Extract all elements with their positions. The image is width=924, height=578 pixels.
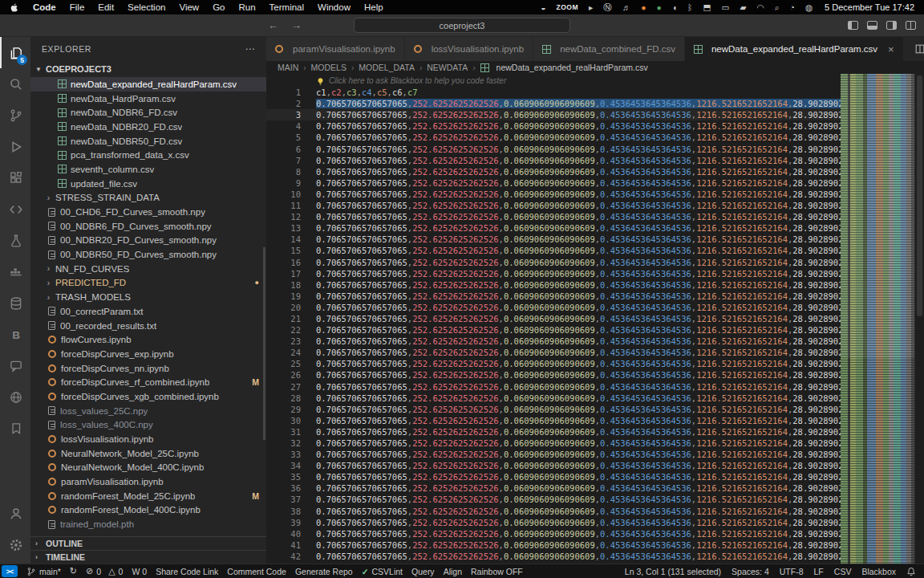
code-line[interactable]: 320.7065706570657065,252.6252625262526,0… xyxy=(266,438,841,449)
tree-item[interactable]: 00_NDBR6_FD_Curves_smooth.npy xyxy=(30,219,266,234)
tree-item[interactable]: randomForest_Model_400C.ipynb xyxy=(30,503,266,518)
code-editor[interactable]: Click here to ask Blackbox to help you c… xyxy=(266,74,841,564)
generate-repo-button[interactable]: Generate Repo xyxy=(295,567,353,576)
battery-icon[interactable]: ▰ xyxy=(740,0,746,14)
breadcrumb-item[interactable]: MODEL_DATA xyxy=(359,63,415,72)
activitybar-accounts[interactable] xyxy=(0,498,30,529)
menu-item-window[interactable]: Window xyxy=(318,2,351,12)
code-line[interactable]: 260.7065706570657065,252.6252625262526,0… xyxy=(266,369,841,381)
code-line[interactable]: 200.7065706570657065,252.6252625262526,0… xyxy=(266,302,841,313)
menu-item-file[interactable]: File xyxy=(70,2,85,12)
project-root-folder[interactable]: ▼ COEPROJECT3 xyxy=(30,61,266,77)
sidebar-section-timeline[interactable]: ›TIMELINE xyxy=(30,550,266,564)
menu-item-selection[interactable]: Selection xyxy=(128,2,165,12)
navigate-forward-button[interactable]: → xyxy=(291,19,302,31)
tree-item[interactable]: forceDispCurves_nn.ipynb xyxy=(30,361,266,376)
code-line[interactable]: 220.7065706570657065,252.6252625262526,0… xyxy=(266,324,841,336)
activitybar-search[interactable] xyxy=(0,68,30,100)
code-line[interactable]: 240.7065706570657065,252.6252625262526,0… xyxy=(266,347,841,358)
code-line[interactable]: 160.7065706570657065,252.6252625262526,0… xyxy=(266,257,841,268)
menu-item-edit[interactable]: Edit xyxy=(98,2,114,12)
tree-item[interactable]: newData_expanded_realHardParam.csv xyxy=(30,77,266,92)
code-line[interactable]: 270.7065706570657065,252.6252625262526,0… xyxy=(266,381,841,393)
activitybar-run-debug[interactable] xyxy=(0,131,30,162)
code-line[interactable]: 30.7065706570657065,252.6252625262526,0.… xyxy=(266,109,841,120)
code-line[interactable]: 100.7065706570657065,252.6252625262526,0… xyxy=(266,189,841,200)
notion-icon[interactable]: Ⓝ xyxy=(603,0,612,14)
code-line[interactable]: 210.7065706570657065,252.6252625262526,0… xyxy=(266,313,841,324)
code-line[interactable]: 1c1,c2,c3,c4,c5,c6,c7 xyxy=(266,87,841,98)
notifications-bell[interactable] xyxy=(906,567,916,576)
tree-item[interactable]: ›NN_FD_CURVES xyxy=(30,262,266,276)
code-line[interactable]: 40.7065706570657065,252.6252625262526,0.… xyxy=(266,120,841,132)
editor-tab[interactable]: newData_combined_FD.csv xyxy=(533,37,685,61)
command-center-search[interactable]: coeproject3 xyxy=(354,18,570,33)
play-icon[interactable]: ▸ xyxy=(589,0,593,14)
overview-ruler[interactable] xyxy=(914,74,924,564)
tree-item[interactable]: randomForest_Model_25C.ipynbM xyxy=(30,489,266,503)
wifi-icon[interactable]: ◠ xyxy=(757,0,764,14)
code-line[interactable]: 430.7065706570657065,252.6252625262526,0… xyxy=(266,562,841,564)
code-line[interactable]: 130.7065706570657065,252.6252625262526,0… xyxy=(266,222,841,234)
activitybar-extensions[interactable] xyxy=(0,162,30,193)
tree-item[interactable]: lossVisualisation.ipynb xyxy=(30,432,266,446)
w-counter[interactable]: W 0 xyxy=(132,567,147,576)
code-line[interactable]: 280.7065706570657065,252.6252625262526,0… xyxy=(266,393,841,404)
tree-item[interactable]: 00_CHD6_FD_Curves_smooth.npy xyxy=(30,205,266,219)
activitybar-chat[interactable] xyxy=(0,350,30,381)
code-line[interactable]: 410.7065706570657065,252.6252625262526,0… xyxy=(266,539,841,551)
code-line[interactable]: 250.7065706570657065,252.6252625262526,0… xyxy=(266,358,841,369)
blackbox-status[interactable]: Blackbox xyxy=(861,567,896,576)
activitybar-explorer[interactable]: 5 xyxy=(0,37,30,68)
spotlight-icon[interactable]: ⌕ xyxy=(775,0,780,14)
code-line[interactable]: 140.7065706570657065,252.6252625262526,0… xyxy=(266,234,841,245)
toggle-sidebar-icon[interactable] xyxy=(848,21,858,30)
editor-tab[interactable]: newData_expanded_realHardParam.csv× xyxy=(685,37,904,61)
code-line[interactable]: 70.7065706570657065,252.6252625262526,0.… xyxy=(266,155,841,166)
minimap-slider[interactable] xyxy=(841,74,914,358)
zoom-menubar-item[interactable]: ZOOM xyxy=(556,3,578,11)
split-editor-icon[interactable] xyxy=(914,43,924,55)
display-icon[interactable]: ▭ xyxy=(722,0,730,14)
toggle-secondary-sidebar-icon[interactable] xyxy=(886,21,897,30)
code-line[interactable]: 420.7065706570657065,252.6252625262526,0… xyxy=(266,551,841,562)
breadcrumb-item[interactable]: newData_expanded_realHardParam.csv xyxy=(480,63,648,72)
csvlint-status[interactable]: ✓CSVLint xyxy=(362,567,403,576)
menu-item-run[interactable]: Run xyxy=(238,2,255,12)
activitybar-blackbox-ai[interactable]: B xyxy=(0,319,30,350)
align-button[interactable]: Align xyxy=(444,567,462,576)
tree-item[interactable]: loss_values_25C.npy xyxy=(30,404,266,418)
tree-item[interactable]: NeuralNetwork_Model_400C.ipynb xyxy=(30,461,266,475)
tree-item[interactable]: newData_NDBR6_FD.csv xyxy=(30,105,266,120)
minimap[interactable] xyxy=(841,74,914,564)
tree-item[interactable]: newData_NDBR20_FD.csv xyxy=(30,120,266,134)
code-line[interactable]: 400.7065706570657065,252.6252625262526,0… xyxy=(266,528,841,539)
music-icon[interactable]: ♬ xyxy=(622,0,631,14)
blackbox-hint[interactable]: Click here to ask Blackbox to help you c… xyxy=(266,75,841,87)
problems-status[interactable]: ⊘0△0 xyxy=(86,567,123,576)
code-line[interactable]: 290.7065706570657065,252.6252625262526,0… xyxy=(266,404,841,415)
remote-indicator[interactable]: >< xyxy=(2,565,18,577)
tree-item[interactable]: seventh_column.csv xyxy=(30,162,266,177)
activitybar-docker[interactable] xyxy=(0,256,30,287)
menu-item-terminal[interactable]: Terminal xyxy=(270,2,304,12)
close-icon[interactable]: × xyxy=(888,44,894,55)
screen-record-icon[interactable]: ◒ xyxy=(541,0,545,14)
code-line[interactable]: 60.7065706570657065,252.6252625262526,0.… xyxy=(266,144,841,155)
language-mode[interactable]: CSV xyxy=(834,567,852,576)
bluetooth-icon[interactable]: ᛒ xyxy=(687,0,692,14)
apple-menu-icon[interactable] xyxy=(10,2,19,13)
tree-item[interactable]: forceDispCurves_xgb_combined.ipynb xyxy=(30,389,266,404)
tree-item[interactable]: newData_HardParam.csv xyxy=(30,92,266,106)
code-line[interactable]: 110.7065706570657065,252.6252625262526,0… xyxy=(266,200,841,211)
tree-item[interactable]: 00_NDBR20_FD_Curves_smooth.npy xyxy=(30,234,266,248)
code-line[interactable]: 230.7065706570657065,252.6252625262526,0… xyxy=(266,336,841,347)
tree-item[interactable]: paramVisualisation.ipynb xyxy=(30,474,266,489)
breadcrumb-item[interactable]: NEWDATA xyxy=(427,63,468,72)
tree-item[interactable]: flowCurves.ipynb xyxy=(30,332,266,347)
menu-item-help[interactable]: Help xyxy=(364,2,383,12)
code-line[interactable]: 120.7065706570657065,252.6252625262526,0… xyxy=(266,211,841,222)
tree-item[interactable]: newData_NDBR50_FD.csv xyxy=(30,134,266,149)
toggle-panel-icon[interactable] xyxy=(867,21,877,30)
control-center-icon[interactable]: ◔ xyxy=(790,0,795,14)
